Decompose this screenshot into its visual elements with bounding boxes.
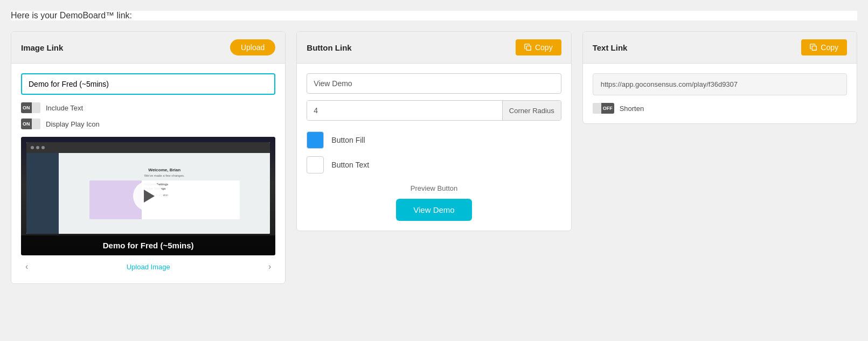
cards-container: Image Link Upload ON Include Text ON Dis…: [11, 31, 857, 284]
toggle-on-label: ON: [21, 102, 32, 113]
image-link-title: Image Link: [21, 43, 63, 52]
button-fill-row: Button Fill: [307, 131, 561, 149]
play-button-overlay[interactable]: [133, 181, 163, 211]
button-link-copy-button[interactable]: Copy: [516, 39, 561, 55]
image-link-body: ON Include Text ON Display Play Icon: [11, 64, 285, 283]
button-fill-label: Button Fill: [331, 136, 365, 144]
text-link-card-header: Text Link Copy: [583, 32, 857, 64]
screenshot-welcome: Welcome, Brian: [148, 168, 180, 172]
image-link-card: Image Link Upload ON Include Text ON Dis…: [11, 31, 286, 284]
display-play-icon-toggle[interactable]: ON: [21, 119, 40, 129]
button-text-swatch[interactable]: [307, 156, 324, 173]
image-preview: Welcome, Brian We've made a few changes.…: [21, 137, 275, 255]
preview-button-section: Preview Button View Demo: [307, 184, 561, 221]
button-link-card: Button Link Copy Corner Radius Button Fi…: [296, 31, 571, 231]
preview-button[interactable]: View Demo: [396, 199, 471, 221]
button-text-color-row: Button Text: [307, 156, 561, 173]
dot1: [31, 146, 34, 149]
preview-label: Preview Button: [307, 184, 561, 192]
svg-rect-0: [526, 46, 531, 50]
include-text-toggle[interactable]: ON: [21, 102, 40, 113]
button-link-title: Button Link: [307, 43, 351, 52]
button-text-input[interactable]: [307, 73, 561, 94]
text-link-body: https://app.goconsensus.com/play/f36d930…: [583, 64, 857, 123]
text-link-copy-label: Copy: [821, 43, 838, 52]
screenshot-subtitle: We've made a few changes.: [144, 174, 185, 177]
corner-radius-input[interactable]: [307, 101, 502, 120]
shorten-toggle[interactable]: OFF: [593, 103, 614, 114]
image-link-card-header: Image Link Upload: [11, 32, 285, 64]
dot2: [36, 146, 39, 149]
play-triangle-icon: [144, 190, 155, 203]
shorten-row: OFF Shorten: [593, 103, 847, 114]
corner-radius-row: Corner Radius: [307, 100, 561, 121]
screenshot-sidebar: [26, 153, 59, 234]
page-header: Here is your DemoBoard™ link:: [11, 11, 857, 20]
display-play-icon-row: ON Display Play Icon: [21, 119, 275, 129]
image-preview-inner: Welcome, Brian We've made a few changes.…: [21, 137, 275, 255]
svg-rect-1: [813, 46, 817, 50]
image-nav: ‹ Upload Image ›: [21, 255, 275, 274]
include-text-row: ON Include Text: [21, 102, 275, 113]
button-link-copy-label: Copy: [535, 43, 553, 52]
screenshot-top-bar: [26, 142, 270, 153]
screenshot-panel: Account Settings Profile Settings Minimi…: [89, 180, 240, 219]
dot3: [41, 146, 45, 149]
image-text-input[interactable]: [21, 73, 275, 95]
prev-arrow-icon[interactable]: ‹: [25, 262, 28, 272]
display-play-icon-label: Display Play Icon: [46, 120, 100, 128]
button-link-card-header: Button Link Copy: [297, 32, 571, 64]
text-link-copy-button[interactable]: Copy: [801, 39, 847, 55]
corner-radius-label: Corner Radius: [502, 101, 561, 120]
copy-icon: [524, 44, 532, 51]
url-display: https://app.goconsensus.com/play/f36d930…: [593, 73, 847, 95]
text-link-title: Text Link: [593, 43, 628, 52]
screenshot-content: Welcome, Brian We've made a few changes.…: [59, 153, 270, 234]
upload-image-link[interactable]: Upload Image: [127, 263, 170, 271]
include-text-label: Include Text: [46, 104, 83, 112]
button-text-label: Button Text: [331, 161, 369, 169]
image-caption: Demo for Fred (~5mins): [21, 235, 275, 255]
button-fill-swatch[interactable]: [307, 131, 324, 149]
shorten-label: Shorten: [620, 105, 644, 113]
button-link-body: Corner Radius Button Fill Button Text Pr…: [297, 64, 571, 231]
text-link-card: Text Link Copy https://app.goconsensus.c…: [582, 31, 857, 124]
upload-button[interactable]: Upload: [230, 39, 275, 55]
toggle-on-label2: ON: [21, 119, 32, 129]
next-arrow-icon[interactable]: ›: [268, 262, 271, 272]
copy-icon2: [810, 44, 817, 51]
